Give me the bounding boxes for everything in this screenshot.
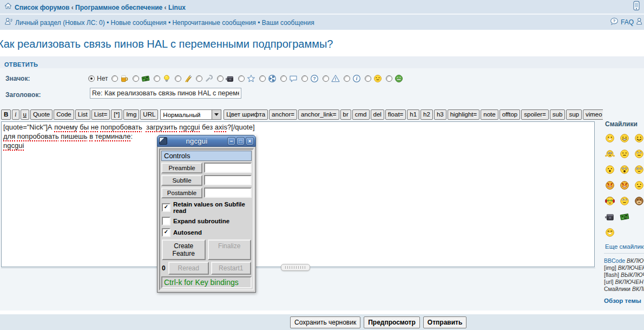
- post-icon-radio-selected[interactable]: [88, 75, 95, 82]
- nav-link[interactable]: Ваши сообщения: [262, 19, 314, 27]
- toolbar-button[interactable]: URL: [140, 109, 158, 120]
- breadcrumb-link[interactable]: Программное обеспечение: [75, 4, 162, 11]
- bbcode-help-link[interactable]: BBCode: [604, 257, 625, 264]
- post-icon-radio[interactable]: [280, 75, 287, 82]
- smiley-wink[interactable]: [634, 133, 644, 143]
- toolbar-button[interactable]: h2: [420, 109, 433, 120]
- smiley-evil[interactable]: [605, 180, 615, 190]
- post-icon-option[interactable]: [217, 74, 234, 83]
- mobile-view-icon[interactable]: [633, 1, 640, 13]
- smiley-smile[interactable]: [620, 133, 629, 143]
- post-icon-option[interactable]: [280, 74, 298, 83]
- subject-input[interactable]: [90, 88, 241, 99]
- toolbar-button[interactable]: del: [371, 109, 384, 120]
- toolbar-button[interactable]: vimeo: [583, 109, 603, 120]
- toolbar-button[interactable]: offtop: [500, 109, 521, 120]
- post-icon-radio[interactable]: [175, 75, 181, 82]
- post-icon-option[interactable]: [111, 74, 129, 83]
- post-icon-option[interactable]: [365, 74, 382, 83]
- post-icon-radio[interactable]: [217, 75, 224, 82]
- toolbar-button[interactable]: u: [21, 109, 29, 120]
- maximize-icon[interactable]: □: [236, 137, 245, 145]
- toolbar-button[interactable]: Цвет шрифта: [224, 109, 268, 120]
- smiley-roll[interactable]: [634, 149, 644, 159]
- post-icon-option[interactable]: [386, 74, 403, 83]
- toolbar-button[interactable]: cmd: [352, 109, 370, 120]
- toolbar-button[interactable]: i: [12, 109, 19, 120]
- ngcgui-preamble-input[interactable]: [204, 163, 252, 173]
- smiley-eek[interactable]: [605, 149, 615, 159]
- post-icon-option[interactable]: [154, 74, 171, 83]
- toolbar-button[interactable]: br: [340, 109, 351, 120]
- smiley-laugh[interactable]: [605, 228, 615, 237]
- breadcrumb-link[interactable]: Linux: [168, 4, 186, 11]
- home-icon[interactable]: [4, 2, 12, 12]
- smiley-shock[interactable]: [620, 165, 629, 174]
- ngcgui-subfile-button[interactable]: Subfile: [161, 175, 202, 186]
- toolbar-button[interactable]: Code: [54, 109, 74, 120]
- post-icon-radio[interactable]: [365, 75, 371, 82]
- post-icon-radio[interactable]: [301, 75, 308, 82]
- post-icon-option[interactable]: [175, 74, 192, 83]
- nav-link[interactable]: Новые сообщения: [111, 19, 167, 27]
- toolbar-button[interactable]: [*]: [111, 109, 122, 120]
- toolbar-button[interactable]: sub: [550, 109, 566, 120]
- smiley-stepper-motor[interactable]: [605, 212, 615, 222]
- ngcgui-postamble-input[interactable]: [204, 187, 252, 198]
- smiley-rolleyes[interactable]: [620, 196, 629, 206]
- smiley-headphones[interactable]: [605, 196, 615, 206]
- preview-button[interactable]: Предпросмотр: [364, 316, 420, 328]
- topic-review-link[interactable]: Обзор темы: [604, 297, 644, 304]
- toolbar-button[interactable]: Img: [123, 109, 139, 120]
- ngcgui-postamble-button[interactable]: Postamble: [161, 187, 202, 198]
- post-icon-option[interactable]: [259, 74, 277, 83]
- save-draft-button[interactable]: Сохранить черновик: [290, 316, 360, 328]
- toolbar-button[interactable]: anchor_link=: [298, 109, 339, 120]
- submit-button[interactable]: Отправить: [423, 316, 466, 328]
- ngcgui-titlebar[interactable]: ngcgui –□×: [157, 135, 256, 147]
- post-icon-option[interactable]: [238, 74, 255, 83]
- ngcgui-subfile-input[interactable]: [204, 175, 252, 185]
- post-icon-option[interactable]: !: [323, 74, 340, 83]
- close-icon[interactable]: ×: [246, 137, 254, 145]
- toolbar-button[interactable]: List=: [91, 109, 110, 120]
- ngcgui-preamble-button[interactable]: Preamble: [161, 163, 202, 173]
- smiley-wide-eyes[interactable]: [634, 165, 644, 174]
- smiley-sleep[interactable]: [620, 149, 629, 159]
- post-icon-radio[interactable]: [111, 75, 118, 82]
- ngcgui-checkbox-row[interactable]: Expand subroutine: [162, 217, 251, 225]
- ngcgui-checkbox-row[interactable]: ✓Retain values on Subfile read: [162, 201, 251, 214]
- minimize-icon[interactable]: –: [227, 137, 235, 145]
- toolbar-button[interactable]: h3: [434, 109, 446, 120]
- textarea-resize-handle[interactable]: [281, 264, 310, 271]
- post-icon-radio[interactable]: [154, 75, 160, 82]
- checkbox-unchecked-icon[interactable]: [162, 217, 170, 225]
- toolbar-button[interactable]: highlight=: [448, 109, 480, 120]
- ngcgui-reread-button[interactable]: Reread: [168, 262, 209, 275]
- message-textarea[interactable]: [quote="Nick"]А почему бы не попробовать…: [1, 121, 595, 267]
- more-smilies-link[interactable]: Еще смайлики: [605, 243, 644, 250]
- toolbar-button[interactable]: note: [481, 109, 498, 120]
- toolbar-button[interactable]: float=: [385, 109, 406, 120]
- post-icon-option[interactable]: [133, 74, 150, 83]
- smiley-circuit-board[interactable]: [620, 212, 629, 222]
- post-icon-option[interactable]: ?: [301, 74, 319, 83]
- breadcrumb-link[interactable]: Список форумов: [15, 4, 69, 11]
- toolbar-button[interactable]: h1: [407, 109, 419, 120]
- ngcgui-restart1-button[interactable]: Restart1: [211, 262, 252, 275]
- ngcgui-window[interactable]: ngcgui –□× Controls PreambleSubfilePosta…: [157, 135, 256, 293]
- ngcgui-create-feature-button[interactable]: Create Feature: [162, 240, 206, 260]
- smiley-surprised[interactable]: [605, 165, 615, 174]
- toolbar-button[interactable]: B: [1, 109, 11, 120]
- toolbar-button[interactable]: anchor=: [269, 109, 297, 120]
- toolbar-button[interactable]: sup: [566, 109, 582, 120]
- font-size-select[interactable]: Нормальный: [160, 109, 221, 120]
- post-icon-option[interactable]: [196, 74, 213, 83]
- post-icon-option[interactable]: i: [344, 74, 361, 83]
- toolbar-button[interactable]: Quote: [30, 109, 52, 120]
- nav-link[interactable]: Непрочитанные сообщения: [172, 19, 255, 27]
- post-icon-radio[interactable]: [323, 75, 329, 82]
- post-icon-radio[interactable]: [386, 75, 392, 82]
- post-icon-radio[interactable]: [196, 75, 202, 82]
- smiley-twisted[interactable]: [620, 180, 629, 190]
